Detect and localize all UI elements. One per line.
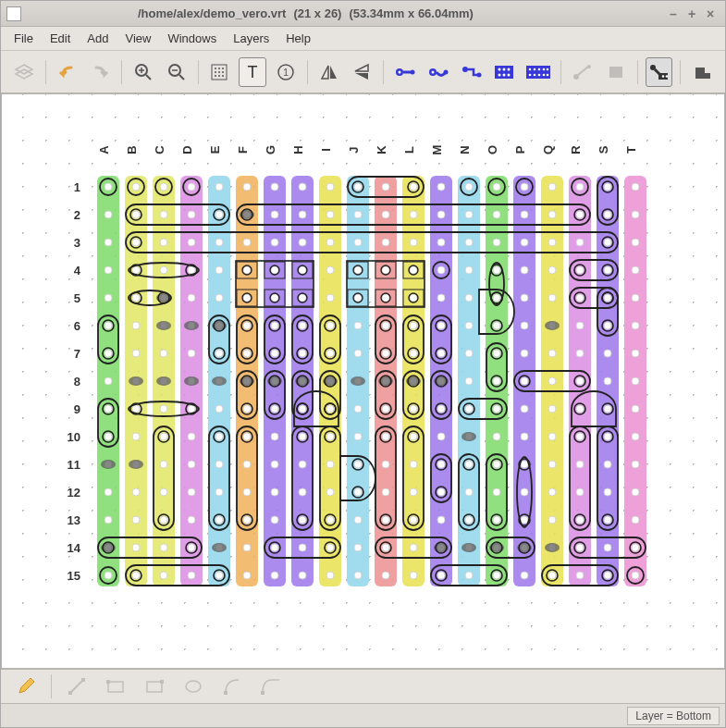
svg-point-44 [538,68,541,70]
close-button[interactable]: × [701,6,720,21]
zoom-in-icon[interactable] [129,57,157,87]
svg-point-171 [188,516,195,524]
svg-point-250 [354,211,362,218]
svg-point-357 [548,266,556,274]
zoom-out-icon[interactable] [163,57,191,87]
svg-point-182 [215,405,223,413]
svg-point-411 [632,516,639,524]
svg-point-619 [545,543,560,552]
svg-point-17 [218,75,220,77]
component-resistor-icon[interactable] [391,57,419,87]
svg-point-365 [548,488,556,496]
svg-point-519 [184,376,199,386]
svg-point-170 [188,488,195,496]
svg-text:7: 7 [74,347,80,361]
svg-rect-654 [224,691,228,695]
svg-point-18 [222,75,224,77]
pencil-icon[interactable] [10,672,42,701]
svg-point-321 [465,516,473,524]
canvas[interactable]: ABCDEFGHIJKLMNOPQRST12345678910111213141… [1,93,725,669]
rect-tool-icon[interactable] [100,672,131,701]
window-title: /home/alex/demo_vero.vrt [138,6,286,20]
svg-point-328 [493,294,500,302]
svg-text:6: 6 [74,319,80,333]
circle-one-icon[interactable]: 1 [272,57,300,87]
svg-text:1: 1 [283,67,289,78]
svg-point-284 [410,322,417,329]
svg-point-224 [299,322,306,329]
menu-help[interactable]: Help [286,31,311,45]
svg-point-371 [576,239,584,246]
svg-point-343 [521,294,528,302]
chip-icon[interactable] [602,57,630,87]
menu-view[interactable]: View [126,31,152,45]
svg-point-125 [105,488,112,496]
svg-text:N: N [458,145,472,154]
shape-icon[interactable] [688,57,716,87]
flip-vertical-icon[interactable] [349,57,376,87]
minimize-button[interactable]: – [664,6,683,21]
svg-point-408 [632,433,639,440]
svg-point-298 [437,294,445,302]
rect-corner-tool-icon[interactable] [139,672,170,701]
dip8-icon[interactable] [491,57,519,87]
grid-icon[interactable] [206,57,234,87]
svg-point-377 [576,405,584,413]
svg-point-215 [271,488,278,496]
svg-point-294 [437,183,445,191]
svg-point-150 [160,350,167,357]
wire-icon[interactable] [569,57,597,87]
svg-point-163 [188,294,195,302]
svg-point-128 [105,572,112,579]
layers-icon[interactable] [10,57,38,87]
svg-point-223 [299,294,306,302]
svg-point-340 [521,211,528,218]
svg-point-116 [105,239,112,246]
svg-marker-25 [355,73,368,80]
svg-point-169 [188,461,195,468]
svg-point-342 [521,266,528,274]
svg-point-338 [493,572,500,579]
dip14-icon[interactable] [523,57,553,87]
svg-point-350 [521,488,528,496]
svg-point-269 [382,322,389,329]
app-icon [6,6,21,21]
menu-add[interactable]: Add [87,31,108,45]
flip-horizontal-icon[interactable] [315,57,343,87]
svg-point-389 [604,322,611,329]
svg-point-260 [354,488,362,496]
svg-point-386 [604,239,611,246]
maximize-button[interactable]: + [683,6,701,21]
svg-point-295 [437,211,445,218]
svg-text:3: 3 [74,236,80,250]
text-icon[interactable]: T [239,57,266,87]
titlebar: /home/alex/demo_vero.vrt (21 x 26) (53.3… [1,1,725,27]
menu-file[interactable]: File [14,31,33,45]
svg-point-134 [132,322,140,329]
svg-point-183 [215,433,223,440]
svg-point-277 [382,544,389,551]
route-icon[interactable] [646,57,673,87]
svg-point-614 [212,543,227,552]
menu-windows[interactable]: Windows [167,31,216,45]
menu-layers[interactable]: Layers [233,31,269,45]
curve2-tool-icon[interactable] [255,672,287,701]
svg-point-198 [243,433,251,440]
svg-point-395 [604,488,611,496]
menu-edit[interactable]: Edit [50,31,70,45]
svg-point-341 [521,239,528,246]
redo-icon[interactable] [86,57,114,87]
curve1-tool-icon[interactable] [216,672,248,701]
line-tool-icon[interactable] [61,672,92,701]
ellipse-tool-icon[interactable] [178,672,209,701]
svg-point-356 [548,239,556,246]
board-view[interactable]: ABCDEFGHIJKLMNOPQRST12345678910111213141… [53,127,682,645]
svg-point-264 [382,183,389,191]
svg-point-42 [529,68,532,70]
component-cap-icon[interactable] [425,57,452,87]
svg-point-402 [632,266,639,274]
svg-point-30 [431,70,434,73]
component-diode-icon[interactable] [458,57,486,87]
undo-icon[interactable] [54,57,81,87]
svg-point-392 [604,405,611,413]
